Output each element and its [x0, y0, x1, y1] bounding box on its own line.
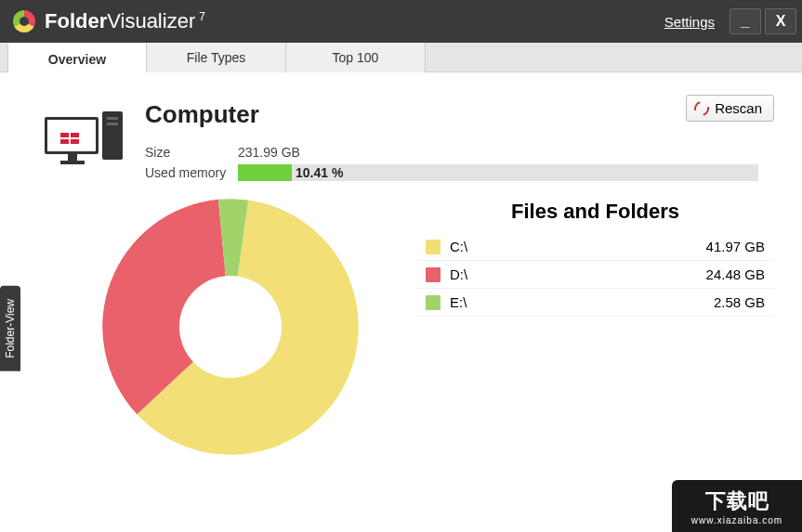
drive-name: C:\: [450, 239, 706, 254]
settings-link[interactable]: Settings: [664, 14, 715, 30]
minimize-button[interactable]: _: [730, 8, 761, 34]
close-button[interactable]: X: [765, 8, 796, 34]
drive-row[interactable]: D:\24.48 GB: [416, 261, 774, 289]
tab-file-types[interactable]: File Types: [147, 43, 286, 72]
tab-top-100[interactable]: Top 100: [286, 43, 426, 72]
tab-bar: OverviewFile TypesTop 100: [0, 43, 802, 72]
folder-view-side-tab[interactable]: Folder-View: [0, 286, 20, 371]
drive-name: D:\: [450, 266, 706, 282]
content-area: Folder-View Rescan Computer Size 231.99 …: [0, 72, 802, 532]
used-memory-bar: 10.41 %: [238, 164, 758, 181]
used-memory-label: Used memory: [145, 165, 238, 180]
titlebar: FolderVisualizer7 Settings _ X: [0, 0, 802, 43]
panel-title: Files and Folders: [416, 200, 774, 224]
files-folders-panel: Files and Folders C:\41.97 GBD:\24.48 GB…: [416, 192, 774, 461]
donut-chart: [45, 192, 379, 461]
computer-icon: [45, 111, 128, 167]
watermark: 下载吧 www.xiazaiba.com: [672, 480, 802, 532]
size-value: 231.99 GB: [238, 145, 300, 160]
drive-row[interactable]: E:\2.58 GB: [416, 289, 774, 317]
app-title: FolderVisualizer7: [45, 9, 205, 33]
summary-header: Computer Size 231.99 GB Used memory 10.4…: [45, 100, 774, 183]
size-label: Size: [145, 145, 238, 160]
drive-row[interactable]: C:\41.97 GB: [416, 233, 774, 261]
tab-overview[interactable]: Overview: [7, 43, 147, 72]
drive-name: E:\: [450, 294, 714, 310]
drive-size: 41.97 GB: [706, 239, 765, 254]
color-swatch: [426, 240, 440, 254]
used-memory-percent: 10.41 %: [296, 164, 343, 181]
app-logo-icon: [13, 10, 35, 32]
drive-size: 2.58 GB: [714, 294, 765, 310]
color-swatch: [426, 295, 440, 310]
drive-size: 24.48 GB: [706, 266, 765, 282]
page-title: Computer: [145, 100, 774, 129]
refresh-icon: [691, 98, 712, 119]
rescan-button[interactable]: Rescan: [686, 95, 774, 122]
color-swatch: [426, 267, 440, 282]
rescan-label: Rescan: [715, 100, 762, 116]
